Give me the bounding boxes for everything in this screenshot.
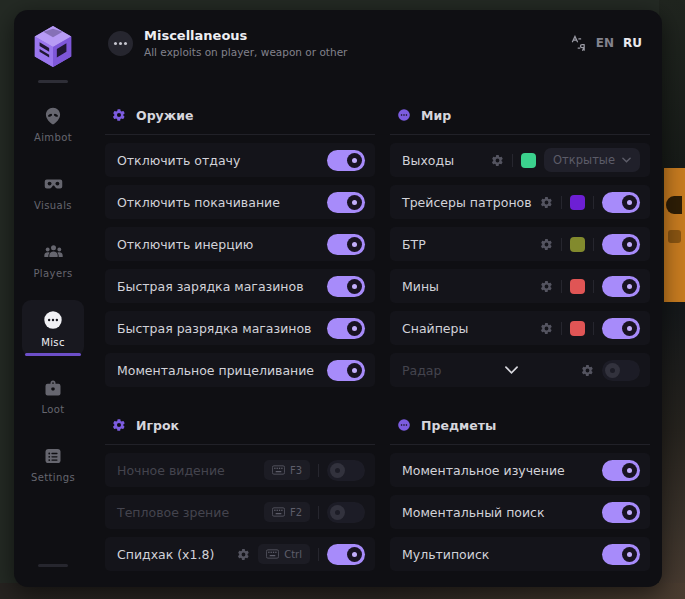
dots-circle-icon bbox=[397, 108, 411, 122]
gear-icon[interactable] bbox=[540, 196, 553, 209]
exits-dropdown[interactable]: Открытые bbox=[544, 148, 640, 172]
row-thermal-vision: Тепловое зрение F2 bbox=[105, 495, 375, 529]
sidebar-item-players[interactable]: Players bbox=[22, 232, 84, 288]
chevron-down-icon bbox=[505, 366, 518, 374]
row-exits: Выходы Открытые bbox=[390, 143, 650, 177]
logo-cube-icon bbox=[30, 23, 76, 69]
row-fast-unload: Быстрая разрядка магазинов bbox=[105, 311, 375, 345]
toggle[interactable] bbox=[327, 502, 365, 523]
toggle[interactable] bbox=[327, 192, 365, 213]
row-no-recoil: Отключить отдачу bbox=[105, 143, 375, 177]
sidebar-item-label: Loot bbox=[41, 404, 64, 415]
gear-icon[interactable] bbox=[540, 280, 553, 293]
sidebar-item-label: Players bbox=[33, 268, 72, 279]
lang-ru-button[interactable]: RU bbox=[623, 36, 642, 50]
toggle[interactable] bbox=[602, 502, 640, 523]
right-column: Мир Выходы Открытые bbox=[390, 105, 650, 587]
dots-circle-icon bbox=[397, 418, 411, 432]
page-header: Miscellaneous All exploits on player, we… bbox=[92, 10, 662, 76]
list-icon bbox=[43, 446, 63, 466]
language-switcher: EN RU bbox=[570, 35, 642, 52]
sidebar-item-aimbot[interactable]: Aimbot bbox=[22, 96, 84, 152]
sidebar-nav: Aimbot Visuals Players bbox=[22, 96, 84, 492]
color-swatch[interactable] bbox=[570, 321, 585, 336]
color-swatch[interactable] bbox=[521, 153, 536, 168]
gear-icon[interactable] bbox=[540, 322, 553, 335]
toggle[interactable] bbox=[327, 460, 365, 481]
section-title: Предметы bbox=[421, 418, 496, 433]
toggle[interactable] bbox=[602, 544, 640, 565]
players-icon bbox=[43, 242, 64, 262]
gear-icon bbox=[112, 418, 126, 432]
hotkey-label: F2 bbox=[290, 507, 302, 518]
toggle[interactable] bbox=[602, 460, 640, 481]
sidebar-item-label: Visuals bbox=[34, 200, 72, 211]
gear-icon[interactable] bbox=[491, 154, 504, 167]
row-bullet-tracers: Трейсеры патронов bbox=[390, 185, 650, 219]
keyboard-icon bbox=[272, 507, 285, 517]
section-title: Оружие bbox=[136, 108, 193, 123]
sidebar-item-label: Misc bbox=[41, 337, 65, 348]
sidebar-item-visuals[interactable]: Visuals bbox=[22, 164, 84, 220]
section-world: Мир Выходы Открытые bbox=[390, 105, 650, 387]
alien-icon bbox=[43, 106, 63, 126]
toggle[interactable] bbox=[327, 360, 365, 381]
sidebar-divider bbox=[38, 80, 68, 83]
row-fast-reload: Быстрая зарядка магазинов bbox=[105, 269, 375, 303]
color-swatch[interactable] bbox=[570, 237, 585, 252]
dropdown-value: Открытые bbox=[553, 153, 615, 167]
section-weapon: Оружие Отключить отдачу Отключить покачи… bbox=[105, 105, 375, 387]
toggle[interactable] bbox=[327, 544, 365, 565]
goggles-icon bbox=[43, 174, 64, 194]
row-snipers: Снайперы bbox=[390, 311, 650, 345]
expand-control[interactable] bbox=[505, 366, 518, 374]
hotkey-label: Ctrl bbox=[284, 549, 302, 560]
toggle[interactable] bbox=[602, 360, 640, 381]
toggle[interactable] bbox=[602, 192, 640, 213]
section-player: Игрок Ночное видение F3 Теплово bbox=[105, 415, 375, 571]
toggle[interactable] bbox=[602, 276, 640, 297]
row-instant-search: Моментальный поиск bbox=[390, 495, 650, 529]
gear-icon[interactable] bbox=[581, 364, 594, 377]
hotkey-badge[interactable]: F2 bbox=[264, 502, 310, 522]
gear-icon[interactable] bbox=[540, 238, 553, 251]
color-swatch[interactable] bbox=[570, 279, 585, 294]
keyboard-icon bbox=[272, 465, 285, 475]
section-items: Предметы Моментальное изучение Моменталь… bbox=[390, 415, 650, 571]
section-divider bbox=[390, 134, 650, 135]
row-multisearch: Мультипоиск bbox=[390, 537, 650, 571]
section-title: Мир bbox=[421, 108, 451, 123]
page-subtitle: All exploits on player, weapon or other bbox=[144, 46, 347, 58]
toggle[interactable] bbox=[602, 318, 640, 339]
hotkey-badge[interactable]: Ctrl bbox=[258, 544, 310, 564]
lang-en-button[interactable]: EN bbox=[596, 36, 614, 50]
row-no-sway: Отключить покачивание bbox=[105, 185, 375, 219]
toggle[interactable] bbox=[602, 234, 640, 255]
chevron-down-icon bbox=[622, 157, 631, 163]
row-btr: БТР bbox=[390, 227, 650, 261]
color-swatch[interactable] bbox=[570, 195, 585, 210]
section-divider bbox=[105, 444, 375, 445]
gear-icon bbox=[112, 108, 126, 122]
game-background-orange-sign bbox=[664, 168, 685, 302]
sidebar-bottom-handle bbox=[38, 564, 68, 567]
ellipsis-icon bbox=[42, 309, 64, 331]
sidebar-item-loot[interactable]: Loot bbox=[22, 368, 84, 424]
gear-icon[interactable] bbox=[237, 548, 250, 561]
row-instant-ads: Моментальное прицеливание bbox=[105, 353, 375, 387]
toggle[interactable] bbox=[327, 276, 365, 297]
section-divider bbox=[390, 444, 650, 445]
sidebar-item-settings[interactable]: Settings bbox=[22, 436, 84, 492]
misc-avatar-icon bbox=[108, 31, 133, 56]
toggle[interactable] bbox=[327, 234, 365, 255]
translate-icon[interactable] bbox=[570, 35, 587, 52]
left-column: Оружие Отключить отдачу Отключить покачи… bbox=[105, 105, 375, 587]
row-instant-examine: Моментальное изучение bbox=[390, 453, 650, 487]
toggle[interactable] bbox=[327, 150, 365, 171]
hotkey-badge[interactable]: F3 bbox=[264, 460, 310, 480]
sidebar-item-misc[interactable]: Misc bbox=[22, 300, 84, 356]
toggle[interactable] bbox=[327, 318, 365, 339]
row-radar: Радар bbox=[390, 353, 650, 387]
keyboard-icon bbox=[266, 549, 279, 559]
section-title: Игрок bbox=[136, 418, 179, 433]
